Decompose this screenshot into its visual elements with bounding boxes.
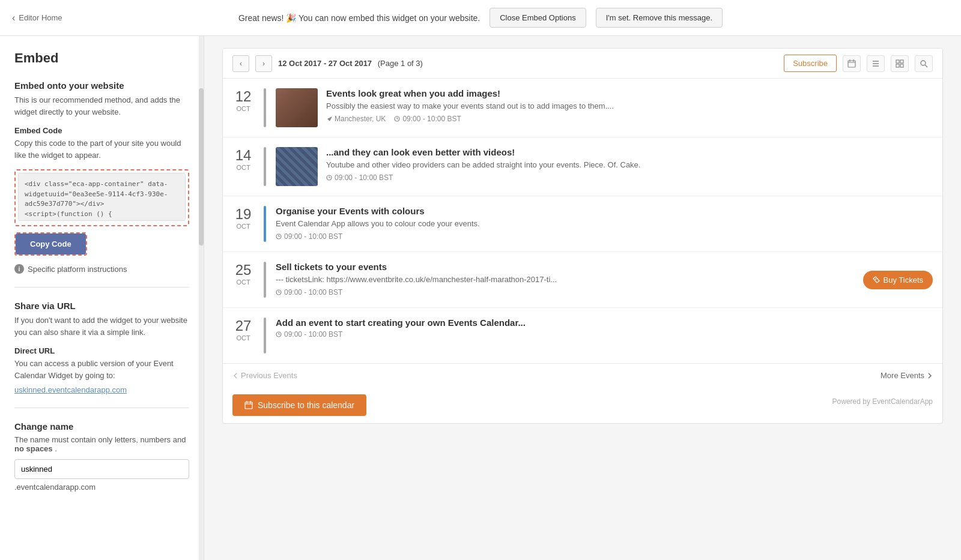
copy-btn-wrapper: Copy Code: [14, 232, 87, 256]
buy-tickets-button[interactable]: Buy Tickets: [863, 271, 933, 289]
event-date: 27 Oct: [232, 318, 254, 354]
remove-message-button[interactable]: I'm set. Remove this message.: [596, 8, 723, 28]
event-month: Oct: [236, 334, 250, 342]
event-row: 14 Oct ...and they can look even better …: [223, 137, 942, 196]
buy-tickets-label: Buy Tickets: [884, 275, 923, 285]
svg-rect-8: [900, 60, 903, 63]
prev-chevron-icon: [232, 373, 238, 379]
calendar-icon: [847, 59, 856, 68]
platform-instructions-link[interactable]: i Specific platform instructions: [14, 264, 189, 274]
powered-by: Powered by EventCalendarApp: [823, 397, 942, 413]
widget-footer: Previous Events More Events: [223, 363, 942, 387]
clock-icon: [276, 289, 282, 295]
widget-header: ‹ › 12 Oct 2017 - 27 Oct 2017 (Page 1 of…: [223, 49, 942, 79]
svg-rect-10: [900, 64, 903, 67]
event-day: 19: [235, 207, 252, 221]
svg-rect-7: [896, 60, 899, 63]
search-button[interactable]: [915, 55, 933, 72]
change-name-title: Change name: [14, 421, 189, 432]
subscribe-calendar-button[interactable]: Subscribe to this calendar: [232, 394, 366, 416]
svg-rect-9: [896, 64, 899, 67]
event-color-bar: [264, 262, 266, 298]
calendar-view-button[interactable]: [843, 55, 861, 72]
prev-nav-button[interactable]: ‹: [232, 55, 249, 72]
change-name-section: Change name The name must contain only l…: [14, 421, 189, 492]
prev-events-label: Previous Events: [241, 371, 297, 380]
event-image: [276, 147, 318, 186]
date-range-text: 12 Oct 2017 - 27 Oct 2017: [278, 59, 372, 68]
event-day: 27: [235, 319, 252, 333]
scrollbar-thumb[interactable]: [199, 88, 204, 245]
close-embed-options-button[interactable]: Close Embed Options: [490, 8, 586, 28]
event-body: Add an event to start creating your own …: [276, 318, 933, 354]
change-name-desc-bold: no spaces: [14, 444, 53, 453]
event-body: Events look great when you add images! P…: [326, 88, 933, 127]
direct-url-link[interactable]: uskinned.eventcalendarapp.com: [14, 385, 127, 394]
change-name-desc-part1: The name must contain only letters, numb…: [14, 435, 186, 444]
more-events-button[interactable]: More Events: [881, 371, 933, 380]
change-name-desc: The name must contain only letters, numb…: [14, 435, 189, 453]
ticket-icon: [873, 276, 880, 283]
event-time: 09:00 - 10:00 BST: [276, 232, 342, 241]
svg-line-12: [925, 65, 927, 67]
copy-code-button[interactable]: Copy Code: [16, 233, 86, 254]
event-meta: Manchester, UK 09:00 - 10:00 BST: [326, 115, 933, 123]
embed-section: Embed onto your website This is our reco…: [14, 80, 189, 274]
event-date: 25 Oct: [232, 262, 254, 298]
change-name-desc-part2: .: [55, 444, 57, 453]
svg-point-11: [921, 61, 926, 65]
event-date: 12 Oct: [232, 88, 254, 127]
event-day: 14: [235, 148, 252, 163]
platform-instructions-label: Specific platform instructions: [28, 265, 127, 274]
share-section-desc: If you don't want to add the widget to y…: [14, 315, 189, 338]
event-location: Manchester, UK: [326, 115, 386, 123]
svg-point-26: [875, 278, 876, 280]
grid-icon: [896, 59, 904, 68]
divider-1: [14, 287, 189, 288]
event-day: 12: [235, 89, 252, 104]
subscribe-button[interactable]: Subscribe: [784, 55, 837, 72]
event-title: ...and they can look even better with vi…: [326, 147, 933, 157]
event-color-bar: [264, 318, 266, 354]
event-time: 09:00 - 10:00 BST: [276, 330, 342, 339]
search-icon: [920, 59, 928, 68]
share-section: Share via URL If you don't want to add t…: [14, 301, 189, 394]
editor-home-link[interactable]: ‹ Editor Home: [12, 13, 62, 23]
next-nav-button[interactable]: ›: [255, 55, 272, 72]
event-image: [276, 88, 318, 127]
widget: ‹ › 12 Oct 2017 - 27 Oct 2017 (Page 1 of…: [222, 48, 943, 424]
clock-icon: [394, 116, 400, 122]
name-input[interactable]: [14, 459, 189, 479]
sidebar: Embed Embed onto your website This is ou…: [0, 36, 204, 560]
event-desc: Youtube and other video providers can be…: [326, 160, 933, 170]
event-meta: 09:00 - 10:00 BST: [326, 173, 933, 182]
subscribe-row: Subscribe to this calendar Powered by Ev…: [223, 387, 942, 423]
event-month: Oct: [236, 105, 250, 112]
event-desc: Possibly the easiest way to make your ev…: [326, 101, 933, 112]
event-month: Oct: [236, 164, 250, 171]
domain-suffix: .eventcalendarapp.com: [14, 483, 189, 492]
svg-rect-30: [245, 402, 252, 409]
embed-section-title: Embed onto your website: [14, 80, 189, 91]
event-time: 09:00 - 10:00 BST: [394, 115, 461, 123]
sidebar-title: Embed: [14, 50, 189, 66]
prev-events-button[interactable]: Previous Events: [232, 371, 297, 380]
event-month: Oct: [236, 278, 250, 286]
embed-section-desc: This is our recommended method, and adds…: [14, 94, 189, 118]
event-row: 27 Oct Add an event to start creating yo…: [223, 308, 942, 363]
next-chevron-icon: [927, 373, 933, 379]
event-month: Oct: [236, 223, 250, 230]
topbar-message: Great news! 🎉 You can now embed this wid…: [238, 13, 480, 23]
event-row: 25 Oct Sell tickets to your events --- t…: [223, 252, 942, 308]
event-date: 19 Oct: [232, 206, 254, 242]
grid-view-button[interactable]: [891, 55, 909, 72]
event-day: 25: [235, 263, 252, 277]
embed-code-label: Embed Code: [14, 126, 189, 135]
main-layout: Embed Embed onto your website This is ou…: [0, 36, 961, 560]
calendar-subscribe-icon: [244, 401, 253, 409]
embed-code-textarea[interactable]: [18, 173, 186, 221]
events-list: 12 Oct Events look great when you add im…: [223, 79, 942, 363]
event-meta: 09:00 - 10:00 BST: [276, 232, 933, 241]
event-desc: Event Calendar App allows you to colour …: [276, 218, 933, 229]
list-view-button[interactable]: [867, 55, 885, 72]
